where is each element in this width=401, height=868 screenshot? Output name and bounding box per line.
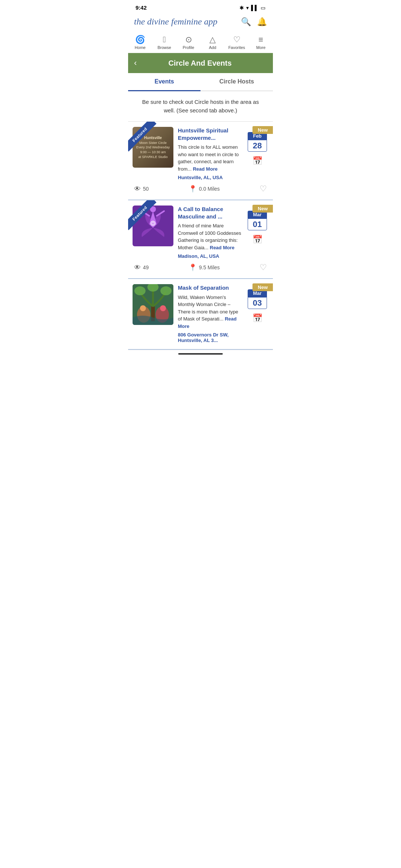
nav-profile-label: Profile	[183, 45, 194, 50]
nav-bar: 🌀 Home 𓂀 Browse ⊙ Profile △ Add ♡ Favori…	[128, 31, 273, 53]
app-title: the divine feminine app	[134, 17, 218, 27]
event-title-1[interactable]: Huntsville Spiritual Empowerme...	[178, 127, 243, 141]
tabs: Events Circle Hosts	[128, 73, 273, 91]
nav-more[interactable]: ≡ More	[249, 33, 273, 51]
nav-add-label: Add	[209, 45, 216, 50]
distance-value-2: 9.5 Miles	[199, 264, 220, 270]
event-title-2[interactable]: A Call to Balance Masculine and ...	[178, 206, 243, 220]
card-content-2: A Call to Balance Masculine and ... A fr…	[178, 206, 243, 259]
event-desc-2: A friend of mine Mare Cromwell of 1000 G…	[178, 222, 243, 251]
card-right-3: Mar 03 📅	[248, 284, 267, 343]
new-badge-2: New	[252, 205, 273, 213]
distance-stat-1: 📍 0.0 Miles	[189, 185, 220, 193]
views-count-1: 50	[143, 186, 149, 192]
notice-text: Be sure to check out Circle hosts in the…	[128, 91, 273, 122]
date-day-3: 03	[248, 297, 267, 309]
views-count-2: 49	[143, 264, 149, 270]
date-day-2: 01	[248, 218, 267, 230]
card-right-1: Feb 28 📅	[248, 127, 267, 180]
home-indicator	[178, 353, 223, 355]
nav-favorites[interactable]: ♡ Favorites	[225, 33, 249, 51]
event-location-1[interactable]: Huntsville, AL, USA	[178, 175, 243, 180]
event-desc-3: Wild, Waken Women's Monthly Woman Circle…	[178, 294, 243, 330]
views-icon-1: 👁	[134, 185, 141, 193]
date-box-1: Feb 28	[248, 132, 267, 152]
events-list: Featured New Huntsville Moon Sister Circ…	[128, 122, 273, 350]
views-icon-2: 👁	[134, 264, 141, 272]
svg-point-5	[134, 286, 146, 295]
tab-circle-hosts[interactable]: Circle Hosts	[200, 73, 273, 91]
favorites-icon: ♡	[233, 35, 241, 45]
bottom-bar	[128, 350, 273, 357]
add-calendar-btn-3[interactable]: 📅	[252, 313, 263, 323]
nav-browse-label: Browse	[157, 45, 171, 50]
header-actions: 🔍 🔔	[241, 17, 267, 27]
app-header: the divine feminine app 🔍 🔔	[128, 14, 273, 31]
browse-icon: 𓂀	[163, 35, 166, 45]
more-icon: ≡	[258, 35, 263, 45]
card-content-1: Huntsville Spiritual Empowerme... This c…	[178, 127, 243, 180]
card-main-3: Mask of Separation Wild, Waken Women's M…	[128, 279, 273, 343]
new-badge-1: New	[252, 126, 273, 134]
status-icons: ✱ ▾ ▌▌ ▭	[239, 5, 265, 11]
nav-add[interactable]: △ Add	[200, 33, 225, 51]
page-header: ‹ Circle And Events	[128, 53, 273, 73]
profile-icon: ⊙	[185, 35, 192, 45]
bluetooth-icon: ✱	[239, 5, 244, 11]
card-main-1: Huntsville Moon Sister Circle Every 2nd …	[128, 122, 273, 180]
event-card-3: New	[128, 279, 273, 350]
distance-stat-2: 📍 9.5 Miles	[189, 263, 220, 272]
event-location-2[interactable]: Madison, AL, USA	[178, 253, 243, 259]
svg-point-11	[160, 305, 166, 311]
status-bar: 9:42 ✱ ▾ ▌▌ ▭	[128, 0, 273, 14]
battery-icon: ▭	[261, 5, 265, 11]
nav-more-label: More	[256, 45, 265, 50]
svg-point-6	[160, 286, 172, 295]
nav-favorites-label: Favorites	[228, 45, 245, 50]
home-icon: 🌀	[135, 35, 145, 45]
card-footer-2: 👁 49 📍 9.5 Miles ♡	[128, 259, 273, 272]
card-content-3: Mask of Separation Wild, Waken Women's M…	[178, 284, 243, 343]
nav-home[interactable]: 🌀 Home	[128, 33, 152, 51]
signal-icon: ▌▌	[251, 5, 258, 11]
views-stat-2: 👁 49	[134, 264, 149, 272]
event-location-3[interactable]: 806 Governors Dr SW, Huntsville, AL 3...	[178, 332, 243, 343]
favorite-btn-2[interactable]: ♡	[260, 263, 267, 272]
event-desc-1: This circle is for ALL women who want to…	[178, 144, 243, 172]
wifi-icon: ▾	[246, 5, 249, 11]
event-card-1: Featured New Huntsville Moon Sister Circ…	[128, 122, 273, 200]
event-thumbnail-3[interactable]	[133, 284, 173, 325]
add-calendar-btn-2[interactable]: 📅	[252, 235, 263, 244]
date-day-1: 28	[248, 140, 267, 152]
new-badge-3: New	[252, 283, 273, 291]
nav-browse[interactable]: 𓂀 Browse	[152, 33, 176, 51]
event-title-3[interactable]: Mask of Separation	[178, 284, 243, 292]
views-stat-1: 👁 50	[134, 185, 149, 193]
date-box-3: Mar 03	[248, 289, 267, 309]
favorite-btn-1[interactable]: ♡	[260, 184, 267, 194]
page-title: Circle And Events	[141, 59, 259, 68]
card-main-2: A Call to Balance Masculine and ... A fr…	[128, 200, 273, 259]
notification-button[interactable]: 🔔	[257, 17, 267, 27]
read-more-1[interactable]: Read More	[193, 166, 217, 172]
back-button[interactable]: ‹	[134, 58, 137, 68]
status-time: 9:42	[136, 4, 147, 11]
event-card-2: Featured New	[128, 200, 273, 279]
card-footer-1: 👁 50 📍 0.0 Miles ♡	[128, 180, 273, 194]
nav-home-label: Home	[135, 45, 146, 50]
card-right-2: Mar 01 📅	[248, 206, 267, 259]
add-icon: △	[209, 35, 216, 45]
location-icon-1: 📍	[189, 185, 197, 193]
search-button[interactable]: 🔍	[241, 17, 251, 27]
distance-value-1: 0.0 Miles	[199, 186, 220, 192]
svg-point-10	[140, 305, 146, 311]
location-icon-2: 📍	[189, 263, 197, 272]
read-more-2[interactable]: Read More	[210, 245, 234, 250]
tab-events[interactable]: Events	[128, 73, 200, 91]
nav-profile[interactable]: ⊙ Profile	[176, 33, 200, 51]
date-box-2: Mar 01	[248, 211, 267, 230]
add-calendar-btn-1[interactable]: 📅	[252, 156, 263, 166]
